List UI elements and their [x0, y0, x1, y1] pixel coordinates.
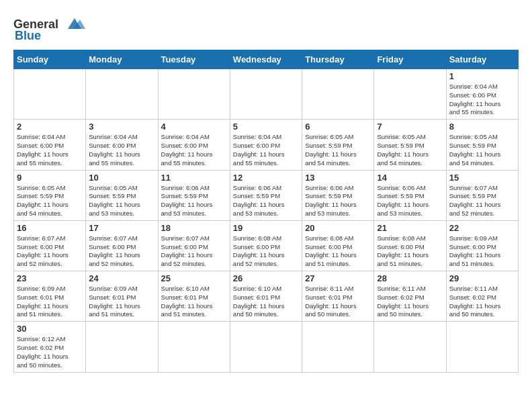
- calendar-cell: 3Sunrise: 6:04 AM Sunset: 6:00 PM Daylig…: [86, 120, 158, 170]
- calendar-week-row: 16Sunrise: 6:07 AM Sunset: 6:00 PM Dayli…: [14, 220, 519, 271]
- day-number: 27: [305, 273, 371, 283]
- calendar-cell: 2Sunrise: 6:04 AM Sunset: 6:00 PM Daylig…: [14, 120, 86, 170]
- weekday-header-saturday: Saturday: [446, 50, 518, 69]
- calendar-week-row: 1Sunrise: 6:04 AM Sunset: 6:00 PM Daylig…: [14, 69, 519, 120]
- day-number: 6: [305, 122, 371, 132]
- day-info: Sunrise: 6:04 AM Sunset: 6:00 PM Dayligh…: [17, 133, 83, 167]
- calendar-cell: 7Sunrise: 6:05 AM Sunset: 5:59 PM Daylig…: [374, 120, 446, 170]
- day-number: 19: [233, 223, 299, 233]
- day-info: Sunrise: 6:06 AM Sunset: 5:59 PM Dayligh…: [161, 184, 227, 218]
- day-number: 20: [305, 223, 371, 233]
- weekday-header-sunday: Sunday: [14, 50, 86, 69]
- day-number: 11: [161, 173, 227, 183]
- day-info: Sunrise: 6:07 AM Sunset: 6:00 PM Dayligh…: [161, 234, 227, 269]
- day-info: Sunrise: 6:05 AM Sunset: 5:59 PM Dayligh…: [377, 133, 443, 167]
- calendar-cell: 5Sunrise: 6:04 AM Sunset: 6:00 PM Daylig…: [230, 120, 302, 170]
- day-number: 12: [233, 173, 299, 183]
- day-info: Sunrise: 6:08 AM Sunset: 6:00 PM Dayligh…: [305, 234, 371, 269]
- day-number: 29: [449, 273, 515, 283]
- day-number: 22: [449, 223, 515, 233]
- calendar-cell: 14Sunrise: 6:06 AM Sunset: 5:59 PM Dayli…: [374, 170, 446, 220]
- calendar-cell: 24Sunrise: 6:09 AM Sunset: 6:01 PM Dayli…: [86, 271, 158, 322]
- day-info: Sunrise: 6:12 AM Sunset: 6:02 PM Dayligh…: [17, 335, 83, 369]
- day-number: 14: [377, 173, 443, 183]
- calendar-cell: 22Sunrise: 6:09 AM Sunset: 6:00 PM Dayli…: [446, 220, 518, 271]
- calendar-week-row: 2Sunrise: 6:04 AM Sunset: 6:00 PM Daylig…: [14, 120, 519, 170]
- day-info: Sunrise: 6:06 AM Sunset: 5:59 PM Dayligh…: [233, 184, 299, 218]
- day-info: Sunrise: 6:05 AM Sunset: 5:59 PM Dayligh…: [17, 184, 83, 218]
- calendar-cell: 17Sunrise: 6:07 AM Sunset: 6:00 PM Dayli…: [86, 220, 158, 271]
- calendar-week-row: 9Sunrise: 6:05 AM Sunset: 5:59 PM Daylig…: [14, 170, 519, 220]
- day-number: 4: [161, 122, 227, 132]
- calendar-cell: 20Sunrise: 6:08 AM Sunset: 6:00 PM Dayli…: [302, 220, 374, 271]
- weekday-header-row: SundayMondayTuesdayWednesdayThursdayFrid…: [14, 50, 519, 69]
- day-info: Sunrise: 6:07 AM Sunset: 5:59 PM Dayligh…: [449, 184, 515, 218]
- calendar-cell: [374, 69, 446, 120]
- day-info: Sunrise: 6:06 AM Sunset: 5:59 PM Dayligh…: [377, 184, 443, 218]
- calendar-cell: 26Sunrise: 6:10 AM Sunset: 6:01 PM Dayli…: [230, 271, 302, 322]
- calendar-cell: 19Sunrise: 6:08 AM Sunset: 6:00 PM Dayli…: [230, 220, 302, 271]
- calendar-cell: 1Sunrise: 6:04 AM Sunset: 6:00 PM Daylig…: [446, 69, 518, 120]
- day-number: 1: [449, 71, 515, 81]
- day-info: Sunrise: 6:09 AM Sunset: 6:01 PM Dayligh…: [17, 285, 83, 319]
- page-header: General Blue: [13, 13, 519, 43]
- day-info: Sunrise: 6:05 AM Sunset: 5:59 PM Dayligh…: [449, 133, 515, 167]
- calendar-cell: 13Sunrise: 6:06 AM Sunset: 5:59 PM Dayli…: [302, 170, 374, 220]
- calendar-cell: [374, 322, 446, 372]
- logo-blue-text: Blue: [15, 29, 41, 43]
- day-info: Sunrise: 6:07 AM Sunset: 6:00 PM Dayligh…: [89, 234, 154, 269]
- day-info: Sunrise: 6:10 AM Sunset: 6:01 PM Dayligh…: [233, 285, 299, 319]
- calendar-cell: [302, 322, 374, 372]
- day-info: Sunrise: 6:09 AM Sunset: 6:00 PM Dayligh…: [449, 234, 515, 269]
- calendar-cell: 15Sunrise: 6:07 AM Sunset: 5:59 PM Dayli…: [446, 170, 518, 220]
- day-info: Sunrise: 6:11 AM Sunset: 6:02 PM Dayligh…: [449, 285, 515, 319]
- logo-bird-icon: [61, 17, 87, 32]
- weekday-header-friday: Friday: [374, 50, 446, 69]
- day-info: Sunrise: 6:08 AM Sunset: 6:00 PM Dayligh…: [377, 234, 443, 269]
- day-number: 16: [17, 223, 83, 233]
- day-info: Sunrise: 6:04 AM Sunset: 6:00 PM Dayligh…: [449, 83, 515, 117]
- day-number: 10: [89, 173, 154, 183]
- calendar-cell: 9Sunrise: 6:05 AM Sunset: 5:59 PM Daylig…: [14, 170, 86, 220]
- calendar-cell: 4Sunrise: 6:04 AM Sunset: 6:00 PM Daylig…: [158, 120, 230, 170]
- calendar-cell: [446, 322, 518, 372]
- calendar-cell: 6Sunrise: 6:05 AM Sunset: 5:59 PM Daylig…: [302, 120, 374, 170]
- weekday-header-tuesday: Tuesday: [158, 50, 230, 69]
- day-info: Sunrise: 6:08 AM Sunset: 6:00 PM Dayligh…: [233, 234, 299, 269]
- day-info: Sunrise: 6:04 AM Sunset: 6:00 PM Dayligh…: [161, 133, 227, 167]
- calendar-cell: 16Sunrise: 6:07 AM Sunset: 6:00 PM Dayli…: [14, 220, 86, 271]
- calendar-cell: 10Sunrise: 6:05 AM Sunset: 5:59 PM Dayli…: [86, 170, 158, 220]
- calendar-cell: [230, 69, 302, 120]
- day-number: 7: [377, 122, 443, 132]
- day-number: 30: [17, 324, 83, 334]
- calendar-cell: [158, 69, 230, 120]
- calendar-cell: 8Sunrise: 6:05 AM Sunset: 5:59 PM Daylig…: [446, 120, 518, 170]
- calendar-cell: 11Sunrise: 6:06 AM Sunset: 5:59 PM Dayli…: [158, 170, 230, 220]
- calendar-cell: 28Sunrise: 6:11 AM Sunset: 6:02 PM Dayli…: [374, 271, 446, 322]
- day-number: 5: [233, 122, 299, 132]
- day-number: 28: [377, 273, 443, 283]
- day-info: Sunrise: 6:07 AM Sunset: 6:00 PM Dayligh…: [17, 234, 83, 269]
- day-info: Sunrise: 6:04 AM Sunset: 6:00 PM Dayligh…: [89, 133, 154, 167]
- day-number: 21: [377, 223, 443, 233]
- day-info: Sunrise: 6:09 AM Sunset: 6:01 PM Dayligh…: [89, 285, 154, 319]
- calendar-cell: [158, 322, 230, 372]
- weekday-header-monday: Monday: [86, 50, 158, 69]
- day-number: 25: [161, 273, 227, 283]
- calendar-cell: [86, 322, 158, 372]
- weekday-header-wednesday: Wednesday: [230, 50, 302, 69]
- day-info: Sunrise: 6:05 AM Sunset: 5:59 PM Dayligh…: [89, 184, 154, 218]
- logo: General Blue: [13, 13, 87, 43]
- day-number: 23: [17, 273, 83, 283]
- calendar-cell: 18Sunrise: 6:07 AM Sunset: 6:00 PM Dayli…: [158, 220, 230, 271]
- day-number: 3: [89, 122, 154, 132]
- day-info: Sunrise: 6:05 AM Sunset: 5:59 PM Dayligh…: [305, 133, 371, 167]
- day-number: 15: [449, 173, 515, 183]
- calendar-cell: 21Sunrise: 6:08 AM Sunset: 6:00 PM Dayli…: [374, 220, 446, 271]
- calendar-cell: [14, 69, 86, 120]
- calendar-cell: [302, 69, 374, 120]
- day-info: Sunrise: 6:11 AM Sunset: 6:02 PM Dayligh…: [377, 285, 443, 319]
- day-info: Sunrise: 6:10 AM Sunset: 6:01 PM Dayligh…: [161, 285, 227, 319]
- calendar-cell: 30Sunrise: 6:12 AM Sunset: 6:02 PM Dayli…: [14, 322, 86, 372]
- calendar-cell: 29Sunrise: 6:11 AM Sunset: 6:02 PM Dayli…: [446, 271, 518, 322]
